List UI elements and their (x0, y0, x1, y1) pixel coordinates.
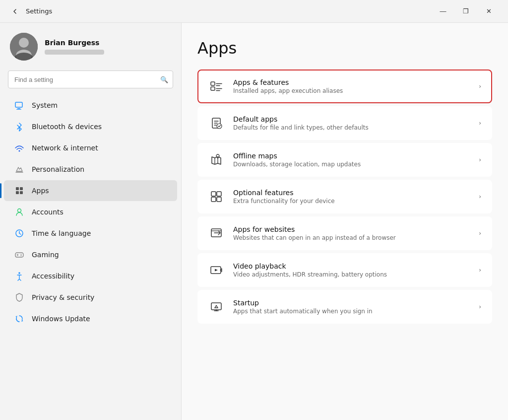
search-icon: 🔍 (160, 76, 168, 83)
svg-point-7 (19, 150, 20, 152)
sidebar-item-bluetooth-label: Bluetooth & devices (32, 123, 102, 131)
svg-point-12 (18, 209, 21, 212)
optional-features-chevron: › (479, 193, 481, 200)
default-apps-title: Default apps (233, 115, 470, 123)
sidebar-item-apps[interactable]: Apps (4, 180, 177, 201)
svg-rect-9 (20, 187, 23, 190)
sidebar-item-accounts[interactable]: Accounts (4, 202, 177, 222)
apps-icon (14, 185, 25, 196)
sidebar-item-update-label: Windows Update (32, 315, 90, 323)
sidebar-item-accessibility[interactable]: Accessibility (4, 266, 177, 286)
user-subtitle (45, 50, 104, 55)
svg-point-19 (18, 272, 20, 274)
default-apps-icon (208, 115, 224, 131)
svg-rect-11 (20, 191, 23, 194)
network-icon (14, 142, 25, 153)
accessibility-icon (14, 271, 25, 281)
apps-features-text: Apps & features Installed apps, app exec… (233, 78, 470, 94)
svg-rect-31 (217, 192, 221, 196)
settings-list: Apps & features Installed apps, app exec… (197, 70, 492, 324)
apps-websites-icon (208, 225, 224, 241)
startup-icon (208, 299, 224, 315)
startup-chevron: › (479, 303, 481, 310)
svg-point-27 (217, 124, 222, 129)
sidebar-item-gaming[interactable]: Gaming (4, 244, 177, 265)
settings-item-apps-features[interactable]: Apps & features Installed apps, app exec… (197, 70, 492, 103)
update-icon (14, 313, 25, 324)
svg-point-17 (21, 254, 22, 255)
sidebar-item-system[interactable]: System (4, 95, 177, 116)
apps-websites-title: Apps for websites (233, 225, 470, 233)
offline-maps-text: Offline maps Downloads, storage location… (233, 152, 470, 168)
apps-features-chevron: › (479, 83, 481, 90)
sidebar: Brian Burgess 🔍 System (0, 23, 181, 420)
apps-websites-desc: Websites that can open in an app instead… (233, 234, 470, 241)
app-body: Brian Burgess 🔍 System (0, 23, 508, 420)
svg-rect-5 (17, 108, 20, 109)
personalization-icon (14, 164, 25, 175)
window-controls: — ❐ ✕ (432, 0, 500, 23)
settings-item-startup[interactable]: Startup Apps that start automatically wh… (197, 290, 492, 324)
search-input[interactable] (8, 70, 173, 88)
optional-features-title: Optional features (233, 189, 470, 197)
svg-rect-6 (16, 109, 21, 110)
back-button[interactable] (8, 4, 22, 18)
optional-features-text: Optional features Extra functionality fo… (233, 189, 470, 205)
settings-item-optional-features[interactable]: Optional features Extra functionality fo… (197, 180, 492, 213)
user-name: Brian Burgess (45, 39, 104, 47)
user-info: Brian Burgess (45, 39, 104, 55)
startup-desc: Apps that start automatically when you s… (233, 308, 470, 315)
search-box: 🔍 (8, 70, 173, 88)
settings-item-video-playback[interactable]: Video playback Video adjustments, HDR st… (197, 253, 492, 287)
page-title: Apps (197, 39, 492, 58)
maximize-button[interactable]: ❐ (454, 0, 477, 23)
svg-rect-20 (211, 82, 215, 85)
sidebar-item-accessibility-label: Accessibility (32, 272, 74, 280)
offline-maps-icon (208, 152, 224, 168)
main-content: Apps Apps & features Installed a (181, 23, 508, 420)
system-icon (14, 100, 25, 111)
default-apps-chevron: › (479, 120, 481, 127)
bluetooth-icon (14, 121, 25, 132)
svg-rect-30 (211, 192, 216, 196)
sidebar-item-privacy[interactable]: Privacy & security (4, 287, 177, 308)
avatar (10, 33, 38, 61)
settings-item-apps-websites[interactable]: Apps for websites Websites that can open… (197, 216, 492, 250)
offline-maps-desc: Downloads, storage location, map updates (233, 161, 470, 168)
gaming-icon (14, 249, 25, 260)
user-section: Brian Burgess (0, 23, 181, 69)
settings-item-offline-maps[interactable]: Offline maps Downloads, storage location… (197, 143, 492, 177)
titlebar: Settings — ❐ ✕ (0, 0, 508, 23)
svg-point-1 (19, 38, 29, 48)
svg-rect-8 (16, 187, 19, 190)
offline-maps-title: Offline maps (233, 152, 470, 160)
svg-rect-21 (211, 87, 215, 90)
apps-features-title: Apps & features (233, 78, 470, 86)
sidebar-item-personalization[interactable]: Personalization (4, 159, 177, 180)
time-icon (14, 228, 25, 239)
settings-item-default-apps[interactable]: Default apps Defaults for file and link … (197, 106, 492, 140)
offline-maps-chevron: › (479, 156, 481, 163)
minimize-button[interactable]: — (432, 0, 454, 23)
svg-rect-33 (217, 197, 221, 202)
sidebar-item-time-label: Time & language (32, 229, 91, 237)
sidebar-item-network[interactable]: Network & internet (4, 138, 177, 158)
svg-rect-10 (16, 191, 19, 194)
startup-title: Startup (233, 299, 470, 307)
accounts-icon (14, 207, 25, 217)
startup-text: Startup Apps that start automatically wh… (233, 299, 470, 315)
privacy-icon (14, 292, 25, 303)
window-title: Settings (26, 7, 52, 15)
svg-rect-32 (211, 197, 216, 202)
optional-features-desc: Extra functionality for your device (233, 198, 470, 205)
sidebar-item-privacy-label: Privacy & security (32, 293, 94, 301)
close-button[interactable]: ✕ (477, 0, 500, 23)
sidebar-item-time[interactable]: Time & language (4, 223, 177, 244)
optional-features-icon (208, 189, 224, 205)
video-playback-title: Video playback (233, 262, 470, 270)
sidebar-item-system-label: System (32, 101, 58, 109)
svg-rect-4 (15, 102, 22, 107)
sidebar-item-bluetooth[interactable]: Bluetooth & devices (4, 116, 177, 137)
apps-websites-chevron: › (479, 230, 481, 237)
sidebar-item-update[interactable]: Windows Update (4, 308, 177, 329)
